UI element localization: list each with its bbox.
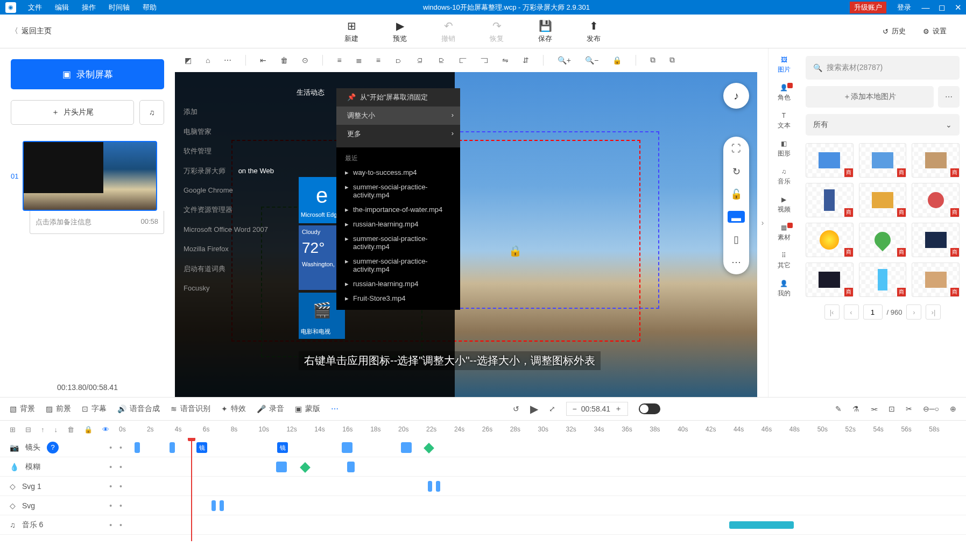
cut-start-icon[interactable]: ⇤ bbox=[260, 56, 266, 65]
record-screen-button[interactable]: ▣录制屏幕 bbox=[11, 59, 164, 89]
cat-music[interactable]: ♫音乐 bbox=[778, 168, 791, 186]
asr-button[interactable]: ≋语音识别 bbox=[171, 404, 210, 414]
history-button[interactable]: ↺历史 bbox=[883, 26, 909, 36]
cat-image[interactable]: 🖼图片 bbox=[778, 56, 791, 74]
track-body-camera[interactable]: 镜 镜 bbox=[132, 438, 966, 457]
add-track-button[interactable]: ⊕ bbox=[950, 405, 956, 413]
undo-button[interactable]: ↶撤销 bbox=[435, 19, 462, 44]
fx-button[interactable]: ✦特效 bbox=[221, 404, 246, 414]
float-fullscreen-icon[interactable]: ⛶ bbox=[731, 143, 741, 155]
delete-icon[interactable]: 🗑 bbox=[280, 56, 288, 65]
asset-search-input[interactable]: 🔍搜索素材(28787) bbox=[806, 56, 960, 80]
asset-item[interactable]: 商 bbox=[912, 223, 960, 257]
mask-button[interactable]: ▣蒙版 bbox=[295, 404, 320, 414]
ctx-unpin[interactable]: 📌从"开始"屏幕取消固定 bbox=[336, 88, 460, 107]
menu-action[interactable]: 操作 bbox=[75, 3, 102, 12]
link-icon[interactable]: ⫘ bbox=[870, 405, 878, 413]
asset-item[interactable]: 商 bbox=[859, 263, 907, 297]
back-home-button[interactable]: 〈 返回主页 bbox=[0, 26, 62, 36]
flip-v-icon[interactable]: ⇵ bbox=[523, 56, 529, 65]
page-next-button[interactable]: › bbox=[906, 304, 921, 320]
asset-item[interactable]: 商 bbox=[806, 263, 854, 297]
cat-other[interactable]: ⠿其它 bbox=[778, 252, 791, 270]
menu-edit[interactable]: 编辑 bbox=[48, 3, 75, 12]
dist-v-icon[interactable]: ⫎ bbox=[481, 56, 488, 65]
tl-folder-icon[interactable]: ⊟ bbox=[25, 426, 31, 434]
page-last-button[interactable]: ›| bbox=[926, 304, 941, 320]
float-more-icon[interactable]: ⋯ bbox=[731, 256, 741, 268]
more-options-button[interactable]: ⋯ bbox=[938, 86, 960, 108]
track-body-music6[interactable] bbox=[132, 515, 966, 534]
cat-asset[interactable]: ▦素材 bbox=[778, 224, 791, 242]
add-local-image-button[interactable]: ＋ 添加本地图片 bbox=[806, 86, 934, 108]
subtitle-button[interactable]: ⊡字幕 bbox=[82, 404, 107, 414]
zoom-out-icon[interactable]: 🔍− bbox=[585, 56, 598, 65]
asset-item[interactable]: 商 bbox=[912, 183, 960, 217]
asset-item[interactable]: 商 bbox=[859, 223, 907, 257]
save-button[interactable]: 💾保存 bbox=[532, 19, 559, 44]
asset-item[interactable]: 商 bbox=[806, 143, 854, 178]
float-screen-icon[interactable]: ▬ bbox=[728, 211, 745, 223]
panel-expand-button[interactable]: › bbox=[757, 48, 768, 397]
track-body-svg1[interactable] bbox=[132, 477, 966, 495]
asset-item[interactable]: 商 bbox=[859, 143, 907, 178]
minimize-button[interactable]: — bbox=[918, 3, 934, 12]
align-center-icon[interactable]: ≣ bbox=[356, 56, 362, 65]
asset-item[interactable]: 商 bbox=[806, 223, 854, 257]
tts-button[interactable]: 🔊语音合成 bbox=[117, 404, 160, 414]
time-minus-button[interactable]: − bbox=[572, 405, 576, 413]
float-rotate-icon[interactable]: ↻ bbox=[732, 166, 741, 178]
cat-text[interactable]: T文本 bbox=[778, 112, 791, 130]
menu-file[interactable]: 文件 bbox=[22, 3, 48, 12]
lock-icon[interactable]: 🔒 bbox=[612, 56, 622, 65]
maximize-button[interactable]: ◻ bbox=[934, 3, 950, 12]
record-audio-button[interactable]: 🎤录音 bbox=[257, 404, 284, 414]
align-right-icon[interactable]: ≡ bbox=[376, 56, 380, 65]
cat-video[interactable]: ▶视频 bbox=[778, 196, 791, 214]
publish-button[interactable]: ⬆发布 bbox=[580, 19, 607, 44]
dist-h-icon[interactable]: ⫍ bbox=[459, 56, 467, 65]
target-icon[interactable]: ⊙ bbox=[302, 56, 308, 65]
titles-button[interactable]: ＋片头片尾 bbox=[11, 100, 134, 125]
copy-icon[interactable]: ⧉ bbox=[650, 55, 655, 65]
login-button[interactable]: 登录 bbox=[891, 3, 918, 12]
crop-icon[interactable]: ◩ bbox=[185, 56, 192, 65]
asset-item[interactable]: 商 bbox=[912, 263, 960, 297]
page-input[interactable] bbox=[863, 304, 883, 320]
music-button[interactable]: ♫ bbox=[139, 100, 164, 125]
float-mobile-icon[interactable]: ▯ bbox=[734, 233, 739, 245]
zoom-in-icon[interactable]: 🔍+ bbox=[558, 56, 571, 65]
ctx-more[interactable]: 更多› bbox=[336, 125, 460, 143]
align-middle-icon[interactable]: ⫑ bbox=[416, 56, 424, 65]
asset-item[interactable]: 商 bbox=[912, 143, 960, 178]
rewind-icon[interactable]: ↺ bbox=[513, 405, 519, 413]
track-body-svg[interactable] bbox=[132, 496, 966, 515]
more-button[interactable]: ⋯ bbox=[331, 405, 339, 413]
upgrade-account[interactable]: 升级账户 bbox=[850, 2, 886, 13]
tl-down-icon[interactable]: ↓ bbox=[54, 426, 58, 434]
filter-icon[interactable]: ⚗ bbox=[852, 405, 859, 413]
edit-icon[interactable]: ✎ bbox=[835, 405, 842, 413]
track-body-blur[interactable] bbox=[132, 457, 966, 476]
redo-button[interactable]: ↷恢复 bbox=[483, 19, 510, 44]
tl-up-icon[interactable]: ↑ bbox=[41, 426, 45, 434]
flip-h-icon[interactable]: ⇋ bbox=[502, 56, 509, 65]
page-prev-button[interactable]: ‹ bbox=[844, 304, 859, 320]
new-button[interactable]: ⊞新建 bbox=[338, 19, 365, 44]
marker-icon[interactable]: ⊡ bbox=[889, 405, 895, 413]
asset-filter-dropdown[interactable]: 所有⌄ bbox=[806, 114, 960, 136]
preview-button[interactable]: ▶预览 bbox=[386, 19, 413, 44]
asset-item[interactable]: 商 bbox=[859, 183, 907, 217]
align-top-icon[interactable]: ⫐ bbox=[394, 56, 402, 65]
clip-thumbnail[interactable] bbox=[23, 141, 157, 211]
fg-button[interactable]: ▨前景 bbox=[46, 404, 71, 414]
expand-icon[interactable]: ⤢ bbox=[549, 405, 555, 413]
paste-icon[interactable]: ⧉ bbox=[669, 55, 675, 65]
home-icon[interactable]: ⌂ bbox=[206, 56, 210, 65]
cat-mine[interactable]: 👤我的 bbox=[778, 280, 791, 298]
help-icon[interactable]: ? bbox=[47, 442, 59, 453]
bg-button[interactable]: ▧背景 bbox=[10, 404, 35, 414]
page-first-button[interactable]: |‹ bbox=[824, 304, 840, 320]
zoom-slider-minus[interactable]: ⊖─○ bbox=[923, 405, 939, 413]
align-bottom-icon[interactable]: ⫒ bbox=[438, 56, 445, 65]
